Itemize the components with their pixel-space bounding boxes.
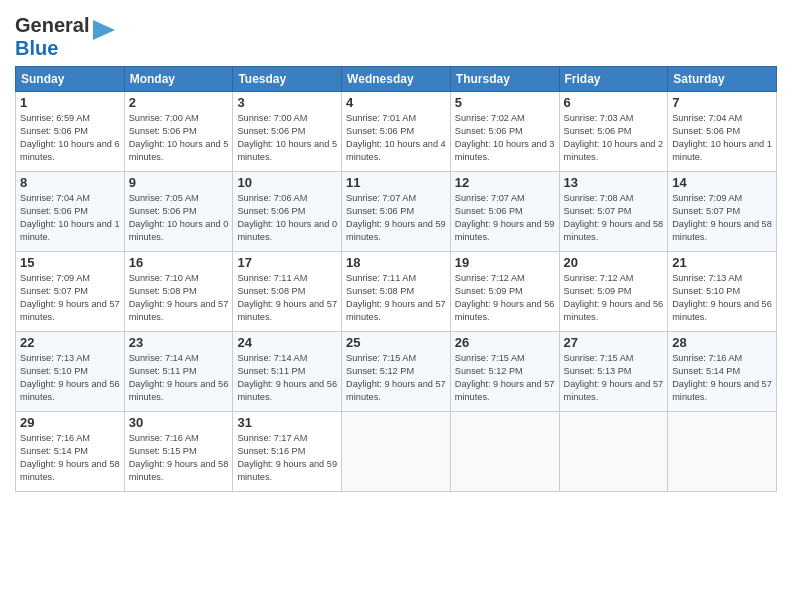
calendar-cell: 6 Sunrise: 7:03 AM Sunset: 5:06 PM Dayli…	[559, 92, 668, 172]
logo-general: General	[15, 14, 89, 36]
logo-arrow-icon	[93, 16, 115, 44]
day-info: Sunrise: 7:15 AM Sunset: 5:12 PM Dayligh…	[346, 352, 446, 404]
header: General Blue	[15, 10, 777, 60]
day-number: 26	[455, 335, 555, 350]
calendar-cell: 22 Sunrise: 7:13 AM Sunset: 5:10 PM Dayl…	[16, 332, 125, 412]
day-info: Sunrise: 7:01 AM Sunset: 5:06 PM Dayligh…	[346, 112, 446, 164]
calendar-cell: 31 Sunrise: 7:17 AM Sunset: 5:16 PM Dayl…	[233, 412, 342, 492]
calendar-cell: 27 Sunrise: 7:15 AM Sunset: 5:13 PM Dayl…	[559, 332, 668, 412]
calendar-cell: 18 Sunrise: 7:11 AM Sunset: 5:08 PM Dayl…	[342, 252, 451, 332]
day-info: Sunrise: 7:09 AM Sunset: 5:07 PM Dayligh…	[672, 192, 772, 244]
calendar-cell: 8 Sunrise: 7:04 AM Sunset: 5:06 PM Dayli…	[16, 172, 125, 252]
day-number: 14	[672, 175, 772, 190]
day-info: Sunrise: 7:14 AM Sunset: 5:11 PM Dayligh…	[129, 352, 229, 404]
day-number: 12	[455, 175, 555, 190]
day-info: Sunrise: 7:05 AM Sunset: 5:06 PM Dayligh…	[129, 192, 229, 244]
day-header-saturday: Saturday	[668, 67, 777, 92]
day-info: Sunrise: 7:10 AM Sunset: 5:08 PM Dayligh…	[129, 272, 229, 324]
day-info: Sunrise: 7:06 AM Sunset: 5:06 PM Dayligh…	[237, 192, 337, 244]
day-info: Sunrise: 7:00 AM Sunset: 5:06 PM Dayligh…	[237, 112, 337, 164]
page-container: General Blue SundayMondayTuesdayWednesda…	[0, 0, 792, 500]
day-number: 23	[129, 335, 229, 350]
calendar-cell: 19 Sunrise: 7:12 AM Sunset: 5:09 PM Dayl…	[450, 252, 559, 332]
day-number: 21	[672, 255, 772, 270]
day-header-monday: Monday	[124, 67, 233, 92]
day-number: 28	[672, 335, 772, 350]
calendar-cell: 9 Sunrise: 7:05 AM Sunset: 5:06 PM Dayli…	[124, 172, 233, 252]
calendar-cell: 15 Sunrise: 7:09 AM Sunset: 5:07 PM Dayl…	[16, 252, 125, 332]
calendar-week-row: 8 Sunrise: 7:04 AM Sunset: 5:06 PM Dayli…	[16, 172, 777, 252]
day-number: 18	[346, 255, 446, 270]
day-info: Sunrise: 7:16 AM Sunset: 5:15 PM Dayligh…	[129, 432, 229, 484]
calendar-cell: 5 Sunrise: 7:02 AM Sunset: 5:06 PM Dayli…	[450, 92, 559, 172]
calendar-cell: 21 Sunrise: 7:13 AM Sunset: 5:10 PM Dayl…	[668, 252, 777, 332]
day-number: 24	[237, 335, 337, 350]
day-info: Sunrise: 7:13 AM Sunset: 5:10 PM Dayligh…	[20, 352, 120, 404]
day-info: Sunrise: 7:03 AM Sunset: 5:06 PM Dayligh…	[564, 112, 664, 164]
day-number: 20	[564, 255, 664, 270]
calendar-cell: 7 Sunrise: 7:04 AM Sunset: 5:06 PM Dayli…	[668, 92, 777, 172]
day-number: 19	[455, 255, 555, 270]
day-number: 25	[346, 335, 446, 350]
calendar-table: SundayMondayTuesdayWednesdayThursdayFrid…	[15, 66, 777, 492]
calendar-cell: 23 Sunrise: 7:14 AM Sunset: 5:11 PM Dayl…	[124, 332, 233, 412]
logo: General Blue	[15, 14, 115, 60]
day-number: 27	[564, 335, 664, 350]
day-info: Sunrise: 7:00 AM Sunset: 5:06 PM Dayligh…	[129, 112, 229, 164]
calendar-cell: 12 Sunrise: 7:07 AM Sunset: 5:06 PM Dayl…	[450, 172, 559, 252]
day-number: 16	[129, 255, 229, 270]
calendar-cell: 3 Sunrise: 7:00 AM Sunset: 5:06 PM Dayli…	[233, 92, 342, 172]
calendar-week-row: 29 Sunrise: 7:16 AM Sunset: 5:14 PM Dayl…	[16, 412, 777, 492]
day-number: 30	[129, 415, 229, 430]
day-info: Sunrise: 7:17 AM Sunset: 5:16 PM Dayligh…	[237, 432, 337, 484]
day-info: Sunrise: 7:08 AM Sunset: 5:07 PM Dayligh…	[564, 192, 664, 244]
calendar-cell: 26 Sunrise: 7:15 AM Sunset: 5:12 PM Dayl…	[450, 332, 559, 412]
day-number: 10	[237, 175, 337, 190]
day-number: 5	[455, 95, 555, 110]
day-info: Sunrise: 7:04 AM Sunset: 5:06 PM Dayligh…	[20, 192, 120, 244]
calendar-cell: 16 Sunrise: 7:10 AM Sunset: 5:08 PM Dayl…	[124, 252, 233, 332]
day-number: 6	[564, 95, 664, 110]
calendar-cell: 2 Sunrise: 7:00 AM Sunset: 5:06 PM Dayli…	[124, 92, 233, 172]
logo-blue: Blue	[15, 37, 58, 59]
calendar-cell: 11 Sunrise: 7:07 AM Sunset: 5:06 PM Dayl…	[342, 172, 451, 252]
day-number: 29	[20, 415, 120, 430]
calendar-cell: 14 Sunrise: 7:09 AM Sunset: 5:07 PM Dayl…	[668, 172, 777, 252]
day-header-friday: Friday	[559, 67, 668, 92]
calendar-week-row: 22 Sunrise: 7:13 AM Sunset: 5:10 PM Dayl…	[16, 332, 777, 412]
calendar-cell: 4 Sunrise: 7:01 AM Sunset: 5:06 PM Dayli…	[342, 92, 451, 172]
day-header-wednesday: Wednesday	[342, 67, 451, 92]
svg-marker-0	[93, 20, 115, 40]
day-header-sunday: Sunday	[16, 67, 125, 92]
calendar-cell	[559, 412, 668, 492]
day-number: 31	[237, 415, 337, 430]
calendar-cell: 25 Sunrise: 7:15 AM Sunset: 5:12 PM Dayl…	[342, 332, 451, 412]
calendar-cell	[342, 412, 451, 492]
calendar-cell	[668, 412, 777, 492]
calendar-cell: 28 Sunrise: 7:16 AM Sunset: 5:14 PM Dayl…	[668, 332, 777, 412]
day-info: Sunrise: 7:11 AM Sunset: 5:08 PM Dayligh…	[346, 272, 446, 324]
day-number: 4	[346, 95, 446, 110]
day-number: 22	[20, 335, 120, 350]
day-number: 17	[237, 255, 337, 270]
calendar-cell: 24 Sunrise: 7:14 AM Sunset: 5:11 PM Dayl…	[233, 332, 342, 412]
day-number: 7	[672, 95, 772, 110]
day-info: Sunrise: 7:11 AM Sunset: 5:08 PM Dayligh…	[237, 272, 337, 324]
day-number: 1	[20, 95, 120, 110]
day-info: Sunrise: 7:14 AM Sunset: 5:11 PM Dayligh…	[237, 352, 337, 404]
calendar-cell: 1 Sunrise: 6:59 AM Sunset: 5:06 PM Dayli…	[16, 92, 125, 172]
day-info: Sunrise: 7:15 AM Sunset: 5:13 PM Dayligh…	[564, 352, 664, 404]
calendar-cell: 30 Sunrise: 7:16 AM Sunset: 5:15 PM Dayl…	[124, 412, 233, 492]
day-info: Sunrise: 7:04 AM Sunset: 5:06 PM Dayligh…	[672, 112, 772, 164]
calendar-cell: 10 Sunrise: 7:06 AM Sunset: 5:06 PM Dayl…	[233, 172, 342, 252]
day-info: Sunrise: 6:59 AM Sunset: 5:06 PM Dayligh…	[20, 112, 120, 164]
day-header-thursday: Thursday	[450, 67, 559, 92]
day-number: 2	[129, 95, 229, 110]
day-number: 9	[129, 175, 229, 190]
calendar-cell: 29 Sunrise: 7:16 AM Sunset: 5:14 PM Dayl…	[16, 412, 125, 492]
day-number: 13	[564, 175, 664, 190]
day-info: Sunrise: 7:15 AM Sunset: 5:12 PM Dayligh…	[455, 352, 555, 404]
day-info: Sunrise: 7:02 AM Sunset: 5:06 PM Dayligh…	[455, 112, 555, 164]
day-number: 15	[20, 255, 120, 270]
calendar-cell	[450, 412, 559, 492]
